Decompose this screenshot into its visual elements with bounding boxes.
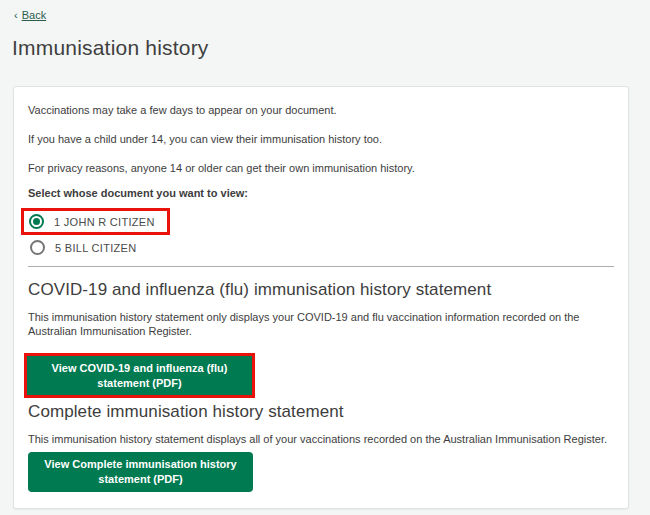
radio-row-bill-citizen: 5 BILL CITIZEN [30, 240, 614, 255]
back-link-label: Back [22, 9, 46, 21]
view-complete-statement-button[interactable]: View Complete immunisation history state… [28, 452, 253, 492]
intro-paragraph: If you have a child under 14, you can vi… [28, 133, 614, 147]
annotation-highlight-selected-radio: 1 JOHN R CITIZEN [21, 208, 170, 235]
radio-label-bill-citizen[interactable]: 5 BILL CITIZEN [55, 242, 136, 254]
intro-paragraph: Vaccinations may take a few days to appe… [28, 104, 614, 118]
intro-paragraph: For privacy reasons, anyone 14 or older … [28, 162, 614, 176]
back-link[interactable]: ‹ Back [14, 9, 46, 21]
radio-bill-citizen[interactable] [30, 240, 45, 255]
page-title: Immunisation history [12, 36, 650, 60]
chevron-left-icon: ‹ [14, 9, 18, 21]
covid-section-description: This immunisation history statement only… [28, 311, 614, 339]
complete-section-description: This immunisation history statement disp… [28, 433, 614, 447]
view-covid-flu-statement-button[interactable]: View COVID-19 and influenza (flu) statem… [27, 356, 252, 396]
annotation-highlight-covid-button: View COVID-19 and influenza (flu) statem… [24, 353, 255, 399]
complete-section-heading: Complete immunisation history statement [28, 402, 614, 422]
select-document-label: Select whose document you want to view: [28, 187, 614, 199]
radio-label-john-r-citizen[interactable]: 1 JOHN R CITIZEN [54, 216, 155, 228]
covid-section-heading: COVID-19 and influenza (flu) immunisatio… [28, 280, 614, 300]
immunisation-panel: Vaccinations may take a few days to appe… [13, 86, 629, 509]
immunisation-history-page: ‹ Back Immunisation history Vaccinations… [0, 0, 650, 515]
section-divider [28, 266, 614, 267]
radio-john-r-citizen[interactable] [29, 214, 44, 229]
